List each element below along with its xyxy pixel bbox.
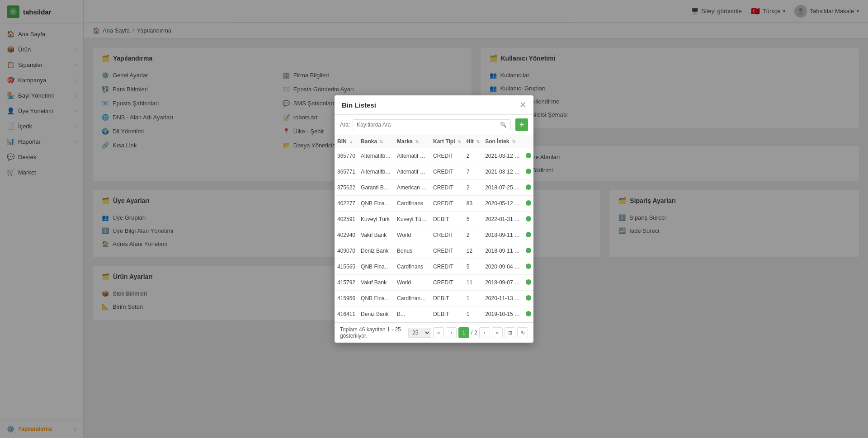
cell-bin: 402277 xyxy=(335,196,358,212)
cell-bin: 375622 xyxy=(335,180,358,196)
table-row: 409070 Deniz Bank Bonus CREDIT 12 2018-0… xyxy=(335,243,533,259)
search-input[interactable] xyxy=(357,122,497,128)
refresh-button[interactable]: ↻ xyxy=(517,327,528,338)
status-dot xyxy=(526,279,531,285)
cell-marka: Kuveyt Türk ... xyxy=(394,212,430,227)
col-kart-tipi[interactable]: Kart Tipi ⇅ xyxy=(430,135,464,148)
cell-hit: 83 xyxy=(464,196,482,212)
cell-hit: 5 xyxy=(464,259,482,275)
modal-toolbar: Ara: 🔍 + xyxy=(335,115,533,135)
modal-table-wrapper: BIN ▲ Banka ⇅ Marka ⇅ Kart Tipi ⇅ Hit ⇅ … xyxy=(335,135,533,322)
cell-banka: Alternatifba... xyxy=(358,164,394,180)
status-dot xyxy=(526,200,531,206)
col-banka[interactable]: Banka ⇅ xyxy=(358,135,394,148)
table-row: 365771 Alternatifba... Alternatif B... C… xyxy=(335,164,533,180)
col-marka[interactable]: Marka ⇅ xyxy=(394,135,430,148)
cell-kart-tipi: CREDIT xyxy=(430,243,464,259)
cell-son-istek: 2020-09-04 1... xyxy=(482,259,523,275)
table-row: 375622 Garanti Ban... American E... CRED… xyxy=(335,180,533,196)
table-header-row: BIN ▲ Banka ⇅ Marka ⇅ Kart Tipi ⇅ Hit ⇅ … xyxy=(335,135,533,148)
cell-son-istek: 2020-11-13 1... xyxy=(482,291,523,306)
modal-title: Bin Listesi xyxy=(342,101,376,109)
cell-hit: 5 xyxy=(464,212,482,227)
sort-icon-son: ⇅ xyxy=(512,139,515,144)
per-page-select[interactable]: 25 50 100 xyxy=(408,328,431,338)
cell-kart-tipi: CREDIT xyxy=(430,227,464,243)
total-pages: 2 xyxy=(474,330,477,336)
cell-kart-tipi: CREDIT xyxy=(430,180,464,196)
cell-son-istek: 2021-03-12 1... xyxy=(482,148,523,164)
cell-status xyxy=(523,164,533,180)
cell-banka: QNB Finans... xyxy=(358,196,394,212)
modal-close-button[interactable]: ✕ xyxy=(519,101,526,109)
bin-listesi-modal: Bin Listesi ✕ Ara: 🔍 + BIN ▲ Banka ⇅ Mar… xyxy=(335,95,533,343)
sort-icon-bin: ▲ xyxy=(349,139,354,144)
page-separator: / xyxy=(471,330,472,336)
cell-banka: QNB Finans... xyxy=(358,291,394,306)
cell-status xyxy=(523,196,533,212)
cell-bin: 409070 xyxy=(335,243,358,259)
cell-marka: American E... xyxy=(394,180,430,196)
table-row: 415956 QNB Finans... Cardfinans ... DEBI… xyxy=(335,291,533,306)
cell-marka: Cardfinans xyxy=(394,259,430,275)
table-row: 365770 Alternatifba... Alternatif B... C… xyxy=(335,148,533,164)
prev-page-button[interactable]: ‹ xyxy=(446,327,457,338)
cell-son-istek: 2020-05-12 1... xyxy=(482,196,523,212)
cell-status xyxy=(523,180,533,196)
next-page-button[interactable]: › xyxy=(479,327,490,338)
table-row: 416411 Deniz Bank B... DEBIT 1 2019-10-1… xyxy=(335,306,533,322)
cell-bin: 365771 xyxy=(335,164,358,180)
cell-kart-tipi: DEBIT xyxy=(430,306,464,322)
status-dot xyxy=(526,169,531,174)
current-page-button[interactable]: 1 xyxy=(458,327,469,338)
status-dot xyxy=(526,232,531,237)
table-row: 402591 Kuveyt Türk Kuveyt Türk ... DEBIT… xyxy=(335,212,533,227)
cell-banka: Vakıf Bank xyxy=(358,275,394,291)
cell-son-istek: 2019-10-15 1... xyxy=(482,306,523,322)
status-dot xyxy=(526,184,531,190)
cell-son-istek: 2018-09-11 1... xyxy=(482,243,523,259)
bin-table-body: 365770 Alternatifba... Alternatif B... C… xyxy=(335,148,533,322)
table-config-button[interactable]: ⊞ xyxy=(505,327,515,338)
modal-overlay[interactable]: Bin Listesi ✕ Ara: 🔍 + BIN ▲ Banka ⇅ Mar… xyxy=(0,0,868,438)
col-bin[interactable]: BIN ▲ xyxy=(335,135,358,148)
first-page-button[interactable]: « xyxy=(433,327,444,338)
table-row: 415792 Vakıf Bank World CREDIT 11 2018-0… xyxy=(335,275,533,291)
cell-hit: 2 xyxy=(464,148,482,164)
cell-banka: Deniz Bank xyxy=(358,306,394,322)
cell-status xyxy=(523,212,533,227)
pagination-controls: 25 50 100 « ‹ 1 / 2 › » ⊞ ↻ xyxy=(408,327,528,338)
col-hit[interactable]: Hit ⇅ xyxy=(464,135,482,148)
col-status xyxy=(523,135,533,148)
cell-marka: Alternatif B... xyxy=(394,148,430,164)
cell-status xyxy=(523,306,533,322)
sort-icon-kart: ⇅ xyxy=(458,139,461,144)
sort-icon-banka: ⇅ xyxy=(379,139,383,144)
cell-status xyxy=(523,291,533,306)
cell-banka: Garanti Ban... xyxy=(358,180,394,196)
search-icon: 🔍 xyxy=(500,122,507,128)
cell-son-istek: 2018-09-11 1... xyxy=(482,227,523,243)
cell-kart-tipi: CREDIT xyxy=(430,259,464,275)
cell-hit: 11 xyxy=(464,275,482,291)
table-row: 402277 QNB Finans... Cardfinans CREDIT 8… xyxy=(335,196,533,212)
cell-marka: Alternatif B... xyxy=(394,164,430,180)
search-label: Ara: xyxy=(340,122,350,128)
status-dot xyxy=(526,295,531,301)
cell-bin: 365770 xyxy=(335,148,358,164)
status-dot xyxy=(526,248,531,253)
pagination-info: Toplam 46 kayıttan 1 - 25 gösteriliyor. xyxy=(340,326,408,339)
add-record-button[interactable]: + xyxy=(515,118,528,131)
status-dot xyxy=(526,153,531,158)
cell-banka: Kuveyt Türk xyxy=(358,212,394,227)
cell-marka: World xyxy=(394,227,430,243)
cell-banka: Alternatifba... xyxy=(358,148,394,164)
cell-son-istek: 2021-03-12 1... xyxy=(482,164,523,180)
col-son-istek[interactable]: Son İstek ⇅ xyxy=(482,135,523,148)
modal-footer: Toplam 46 kayıttan 1 - 25 gösteriliyor. … xyxy=(335,322,533,343)
cell-kart-tipi: CREDIT xyxy=(430,196,464,212)
cell-bin: 415565 xyxy=(335,259,358,275)
last-page-button[interactable]: » xyxy=(492,327,503,338)
cell-status xyxy=(523,148,533,164)
cell-bin: 402591 xyxy=(335,212,358,227)
